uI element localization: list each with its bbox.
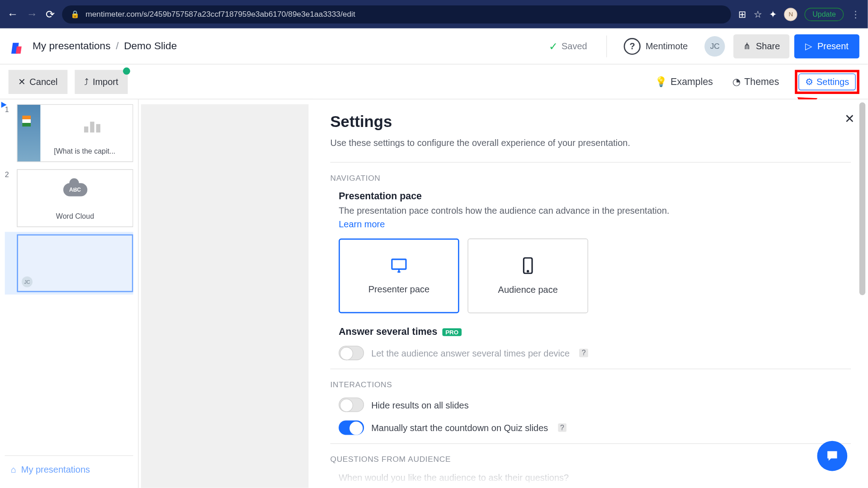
pace-title: Presentation pace	[339, 191, 851, 202]
url-bar[interactable]: 🔒 mentimeter.com/s/2459b757587a23ccf7187…	[62, 5, 731, 23]
hide-results-toggle[interactable]	[339, 398, 364, 412]
browser-chrome: ← → ⟳ 🔒 mentimeter.com/s/2459b757587a23c…	[0, 0, 868, 28]
hide-results-label: Hide results on all slides	[371, 399, 469, 410]
settings-subtitle: Use these settings to configure the over…	[330, 137, 851, 148]
upload-icon: ⤴	[84, 76, 89, 87]
settings-button[interactable]: ⚙ Settings	[798, 73, 856, 90]
app-header: My presentations / Demo Slide ✓ Saved ? …	[0, 28, 868, 65]
cloud-icon: ABC	[63, 183, 87, 196]
saved-label: Saved	[561, 41, 587, 52]
svg-rect-1	[392, 259, 406, 269]
author-avatar: JC	[22, 277, 33, 287]
back-icon[interactable]: ←	[7, 8, 18, 20]
help-badge[interactable]: ?	[579, 349, 588, 357]
settings-title: Settings	[330, 113, 851, 131]
my-presentations-label: My presentations	[21, 465, 90, 475]
settings-panel: ✕ Settings Use these settings to configu…	[313, 99, 868, 488]
mentimote-button[interactable]: ? Mentimote	[615, 35, 696, 58]
slide-row[interactable]: 2 ABC Word Cloud	[5, 169, 133, 227]
lightbulb-icon: 💡	[655, 76, 667, 87]
main-area: 1 [What is the capit... 2 ABC Word Cloud…	[0, 99, 868, 488]
section-interactions: INTERACTIONS	[330, 369, 851, 389]
close-icon[interactable]: ✕	[844, 112, 855, 126]
user-avatar[interactable]: JC	[705, 36, 725, 56]
help-badge[interactable]: ?	[558, 423, 567, 432]
cancel-label: Cancel	[29, 76, 57, 87]
extension-icon[interactable]: ✦	[769, 9, 777, 20]
section-navigation: NAVIGATION	[330, 162, 851, 183]
answer-several-toggle[interactable]	[339, 346, 364, 360]
scrollbar-thumb[interactable]	[859, 103, 865, 296]
audience-pace-option[interactable]: Audience pace	[467, 239, 588, 313]
breadcrumb-root[interactable]: My presentations	[33, 40, 111, 52]
breadcrumb-sep: /	[116, 40, 118, 52]
answer-several-title: Answer several times PRO	[339, 326, 851, 337]
update-button[interactable]: Update	[805, 8, 844, 21]
hide-results-row: Hide results on all slides	[339, 398, 851, 412]
slide-row[interactable]: JC	[5, 232, 133, 295]
section-questions: QUESTIONS FROM AUDIENCE	[330, 443, 851, 464]
presenter-pace-label: Presenter pace	[368, 284, 430, 294]
share-button[interactable]: ⋔ Share	[734, 34, 790, 58]
play-indicator-icon	[5, 104, 7, 108]
presenter-pace-option[interactable]: Presenter pace	[339, 239, 459, 313]
saved-status: ✓ Saved	[549, 39, 587, 52]
grid-icon[interactable]: ⊞	[738, 9, 746, 20]
intercom-chat-button[interactable]	[817, 441, 848, 471]
manual-countdown-toggle[interactable]	[339, 420, 364, 435]
profile-avatar[interactable]: N	[784, 8, 797, 21]
slide-caption: [What is the capit...	[42, 147, 128, 155]
present-label: Present	[817, 41, 849, 52]
import-button[interactable]: ⤴ Import	[75, 70, 128, 94]
pace-description: The presentation pace controls how the a…	[339, 206, 669, 216]
mentimeter-logo[interactable]	[9, 38, 25, 54]
kebab-icon[interactable]: ⋮	[851, 9, 860, 20]
slides-sidebar: 1 [What is the capit... 2 ABC Word Cloud…	[0, 99, 139, 488]
learn-more-link[interactable]: Learn more	[339, 219, 851, 229]
thumb-image	[18, 105, 41, 161]
slide-thumbnail[interactable]: [What is the capit...	[17, 104, 133, 162]
slide-thumbnail[interactable]: ABC Word Cloud	[17, 169, 133, 227]
forward-icon[interactable]: →	[27, 8, 38, 20]
answer-several-label: Let the audience answer several times pe…	[371, 348, 570, 358]
themes-label: Themes	[744, 76, 779, 87]
slide-number	[5, 235, 14, 236]
star-icon[interactable]: ☆	[754, 9, 762, 20]
x-icon: ✕	[18, 76, 26, 87]
mentimote-label: Mentimote	[646, 41, 688, 52]
sidebar-footer: ⌂ My presentations	[5, 455, 133, 483]
vertical-scrollbar[interactable]	[858, 103, 867, 487]
import-label: Import	[93, 76, 118, 87]
answer-several-toggle-row: Let the audience answer several times pe…	[339, 346, 851, 360]
gear-icon: ⚙	[805, 76, 813, 87]
slide-caption: Word Cloud	[22, 212, 127, 221]
monitor-icon	[391, 258, 407, 276]
themes-button[interactable]: ◔ Themes	[726, 70, 785, 94]
breadcrumb-current[interactable]: Demo Slide	[124, 40, 177, 52]
droplet-icon: ◔	[732, 76, 741, 87]
questions-desc: When would you like the audience to ask …	[339, 472, 569, 483]
examples-button[interactable]: 💡 Examples	[649, 70, 719, 94]
audience-pace-label: Audience pace	[498, 284, 558, 295]
present-button[interactable]: ▷ Present	[794, 34, 859, 58]
help-icon: ?	[624, 38, 641, 54]
svg-point-3	[527, 271, 528, 272]
url-text: mentimeter.com/s/2459b757587a23ccf718795…	[85, 9, 355, 19]
cancel-button[interactable]: ✕ Cancel	[9, 70, 67, 94]
share-icon: ⋔	[743, 41, 751, 52]
notification-dot	[123, 67, 130, 75]
slide-thumbnail-selected[interactable]: JC	[17, 235, 133, 292]
my-presentations-link[interactable]: ⌂ My presentations	[11, 465, 127, 475]
home-icon: ⌂	[11, 465, 16, 475]
slide-number: 2	[5, 169, 14, 179]
reload-icon[interactable]: ⟳	[46, 8, 55, 21]
settings-highlight: ⚙ Settings	[795, 70, 859, 94]
settings-label: Settings	[816, 76, 849, 87]
share-label: Share	[756, 41, 780, 52]
play-icon: ▷	[805, 41, 812, 52]
examples-label: Examples	[670, 76, 713, 87]
slide-row[interactable]: 1 [What is the capit...	[5, 104, 133, 162]
bar-chart-icon	[84, 122, 100, 132]
manual-countdown-label: Manually start the countdown on Quiz sli…	[371, 422, 548, 433]
slide-canvas[interactable]	[141, 104, 309, 488]
